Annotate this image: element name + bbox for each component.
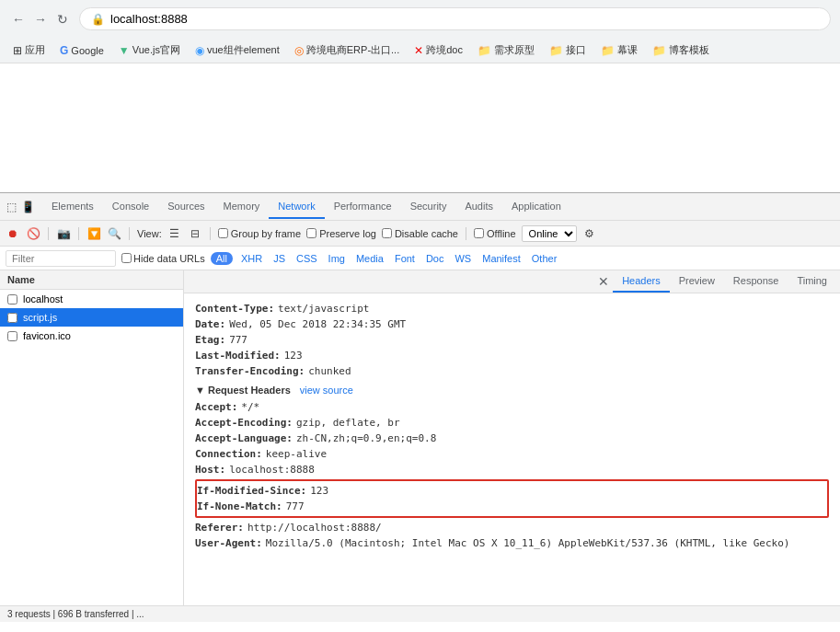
nav-buttons: ← → ↻	[9, 10, 72, 29]
preserve-log-checkbox[interactable]: Preserve log	[306, 228, 376, 239]
lock-icon: 🔒	[91, 13, 105, 26]
apps-icon: ⊞	[13, 44, 22, 57]
view-source-link[interactable]: view source	[300, 385, 353, 396]
file-item-scriptjs[interactable]: script.js	[0, 308, 183, 327]
folder-icon-4: 📁	[652, 44, 666, 57]
settings-icon[interactable]: ⚙	[582, 226, 597, 241]
back-button[interactable]: ←	[9, 10, 28, 29]
file-checkbox-favicon[interactable]	[7, 331, 17, 341]
filter-other[interactable]: Other	[529, 252, 560, 265]
req-header-referer: Referer: http://localhost:8888/	[195, 520, 829, 535]
page-content	[0, 63, 840, 192]
file-checkbox-localhost[interactable]	[7, 294, 17, 305]
tab-audits[interactable]: Audits	[455, 195, 502, 219]
folder-icon-3: 📁	[601, 44, 615, 57]
toolbar-divider-2	[78, 227, 79, 240]
hide-data-urls-checkbox[interactable]: Hide data URLs	[121, 253, 205, 264]
inspector-icon[interactable]: ⬚	[4, 200, 18, 214]
toolbar-divider-3	[129, 227, 130, 240]
bookmark-vue-element[interactable]: ◉ vue组件element	[191, 41, 283, 59]
reload-button[interactable]: ↻	[53, 10, 72, 29]
browser-toolbar: ← → ↻ 🔒 localhost:8888	[0, 0, 840, 38]
bookmark-vuejs[interactable]: ▼ Vue.js官网	[115, 41, 184, 59]
filter-manifest[interactable]: Manifest	[479, 252, 524, 265]
tab-application[interactable]: Application	[502, 195, 570, 219]
folder-icon-2: 📁	[549, 44, 563, 57]
file-item-favicon[interactable]: favicon.ico	[0, 327, 183, 345]
view-detail-button[interactable]: ⊟	[188, 226, 202, 241]
filter-doc[interactable]: Doc	[423, 252, 447, 265]
camera-button[interactable]: 📷	[56, 226, 71, 241]
bookmarks-bar: ⊞ 应用 G Google ▼ Vue.js官网 ◉ vue组件element …	[0, 38, 840, 63]
device-icon[interactable]: 📱	[20, 200, 35, 214]
search-button[interactable]: 🔍	[107, 226, 121, 241]
tab-sources[interactable]: Sources	[158, 195, 213, 219]
bookmark-apps[interactable]: ⊞ 应用	[9, 41, 49, 59]
bookmark-google[interactable]: G Google	[56, 42, 108, 59]
detail-tab-timing[interactable]: Timing	[788, 270, 836, 293]
bookmark-erp[interactable]: ◎ 跨境电商ERP-出口...	[291, 41, 403, 59]
header-content-type: Content-Type: text/javascript	[195, 301, 829, 316]
filter-ws[interactable]: WS	[452, 252, 474, 265]
filter-css[interactable]: CSS	[293, 252, 320, 265]
detail-tab-response[interactable]: Response	[724, 270, 788, 293]
forward-button[interactable]: →	[31, 10, 50, 29]
filter-font[interactable]: Font	[392, 252, 418, 265]
tab-security[interactable]: Security	[401, 195, 456, 219]
filter-media[interactable]: Media	[353, 252, 386, 265]
toolbar-divider-4	[210, 227, 211, 240]
tab-elements[interactable]: Elements	[42, 195, 103, 219]
header-date: Date: Wed, 05 Dec 2018 22:34:35 GMT	[195, 316, 829, 332]
devtools-network-toolbar: ⏺ 🚫 📷 🔽 🔍 View: ☰ ⊟ Group by frame Prese…	[0, 221, 840, 247]
header-etag: Etag: 777	[195, 332, 829, 348]
bookmark-doc[interactable]: ✕ 跨境doc	[410, 41, 466, 59]
record-button[interactable]: ⏺	[6, 226, 20, 241]
toolbar-divider-1	[48, 227, 49, 240]
close-detail-button[interactable]: ✕	[594, 270, 613, 293]
req-header-user-agent: User-Agent: Mozilla/5.0 (Macintosh; Inte…	[195, 535, 829, 551]
filter-xhr[interactable]: XHR	[238, 252, 265, 265]
filter-img[interactable]: Img	[326, 252, 348, 265]
req-header-if-modified-since: If-Modified-Since: 123	[197, 483, 827, 499]
bookmark-requirements[interactable]: 📁 需求原型	[474, 41, 538, 59]
bookmark-api[interactable]: 📁 接口	[546, 41, 590, 59]
file-list: Name localhost script.js favicon.ico	[0, 270, 184, 605]
tab-network[interactable]: Network	[269, 195, 324, 219]
tab-performance[interactable]: Performance	[325, 195, 401, 219]
devtools-main-content: Name localhost script.js favicon.ico ✕ H…	[0, 270, 840, 605]
detail-tab-headers[interactable]: Headers	[613, 270, 670, 293]
filter-input[interactable]	[6, 250, 116, 267]
detail-tab-preview[interactable]: Preview	[670, 270, 724, 293]
vuejs-icon: ▼	[119, 44, 130, 57]
file-checkbox-scriptjs[interactable]	[7, 313, 17, 323]
filter-js[interactable]: JS	[270, 252, 288, 265]
header-last-modified: Last-Modified: 123	[195, 348, 829, 363]
tab-console[interactable]: Console	[103, 195, 158, 219]
request-headers-title: ▼ Request Headers view source	[195, 379, 829, 399]
filter-button[interactable]: 🔽	[86, 226, 101, 241]
file-item-localhost[interactable]: localhost	[0, 290, 183, 308]
file-list-header: Name	[0, 270, 183, 290]
devtools: ⬚ 📱 Elements Console Sources Memory Netw…	[0, 192, 840, 622]
bookmark-mooc[interactable]: 📁 幕课	[597, 41, 641, 59]
group-by-frame-checkbox[interactable]: Group by frame	[218, 228, 301, 239]
url-text: localhost:8888	[110, 12, 188, 26]
bookmark-blog[interactable]: 📁 博客模板	[649, 41, 713, 59]
address-bar[interactable]: 🔒 localhost:8888	[79, 7, 831, 30]
req-header-connection: Connection: keep-alive	[195, 446, 829, 462]
browser-chrome: ← → ↻ 🔒 localhost:8888 ⊞ 应用 G Google ▼ V…	[0, 0, 840, 63]
devtools-tabs: ⬚ 📱 Elements Console Sources Memory Netw…	[0, 193, 840, 221]
highlighted-headers-box: If-Modified-Since: 123 If-None-Match: 77…	[195, 479, 829, 518]
element-icon: ◉	[195, 44, 204, 57]
throttle-select[interactable]: Online	[522, 225, 577, 242]
req-header-accept: Accept: */*	[195, 399, 829, 415]
clear-button[interactable]: 🚫	[26, 226, 40, 241]
offline-checkbox[interactable]: Offline	[474, 228, 516, 239]
file-name-favicon: favicon.ico	[23, 330, 71, 341]
tab-memory[interactable]: Memory	[214, 195, 270, 219]
view-list-button[interactable]: ☰	[167, 226, 182, 241]
filter-all[interactable]: All	[211, 252, 233, 265]
erp-icon: ◎	[294, 44, 304, 57]
disable-cache-checkbox[interactable]: Disable cache	[382, 228, 458, 239]
file-name-scriptjs: script.js	[23, 312, 57, 323]
